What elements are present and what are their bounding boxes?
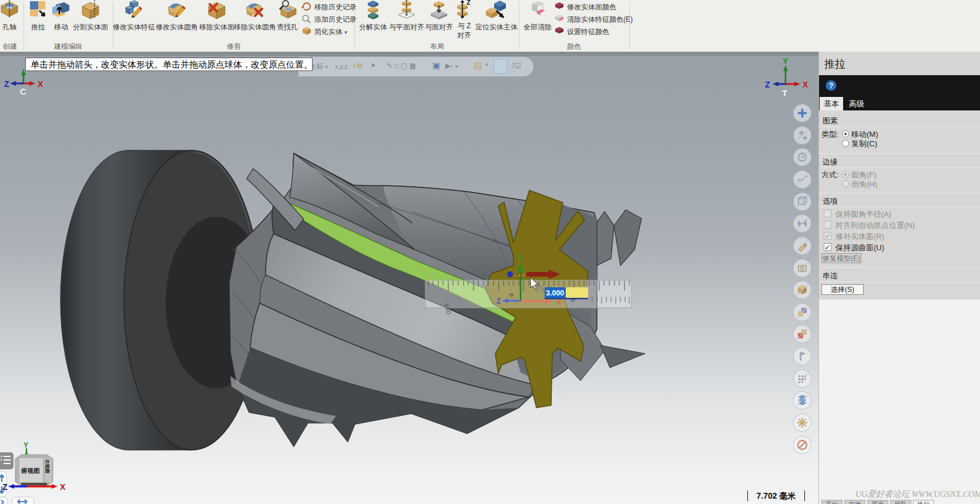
svg-text:Y: Y: [783, 56, 788, 66]
svg-text:Z: Z: [4, 79, 9, 89]
svg-text:Z: Z: [765, 80, 770, 89]
svg-text:X: X: [60, 482, 66, 492]
svg-text:Y: Y: [24, 441, 28, 449]
svg-text:3.000: 3.000: [546, 289, 564, 297]
svg-text:Z: Z: [496, 297, 501, 305]
svg-text:Z: Z: [466, 0, 471, 6]
svg-text:X: X: [803, 80, 808, 89]
svg-text:Y: Y: [518, 254, 522, 262]
svg-text:T: T: [782, 88, 787, 98]
svg-text:Z: Z: [2, 482, 8, 492]
svg-text:俯视图: 俯视图: [21, 467, 40, 474]
svg-text:X: X: [38, 79, 43, 89]
svg-text:右视图: 右视图: [45, 459, 50, 473]
svg-text:?: ?: [829, 82, 834, 90]
svg-text:C: C: [20, 86, 26, 96]
